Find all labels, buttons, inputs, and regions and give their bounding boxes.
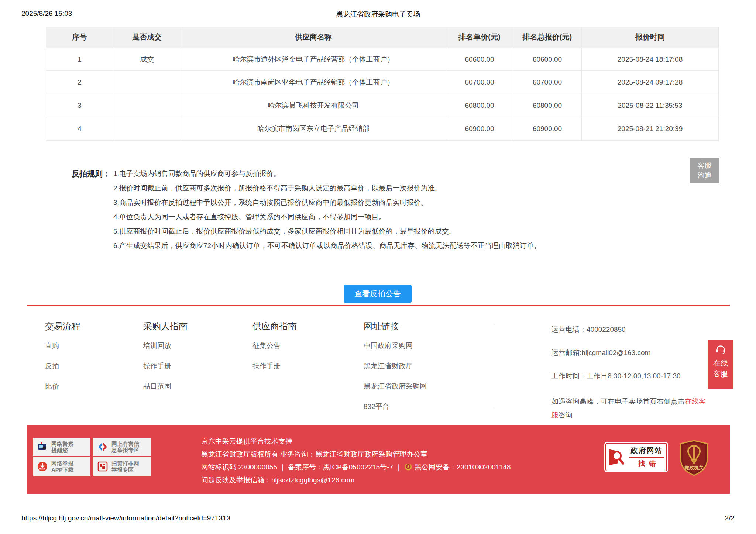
rule-item: 5.供应商报价时间截止后，报价供应商报价最低的成交，多家供应商报价相同且为最低价… bbox=[113, 227, 541, 236]
cell-supplier: 哈尔滨市道外区泽金电子产品经营部（个体工商户） bbox=[181, 48, 446, 71]
red-divider-line bbox=[27, 305, 730, 306]
rule-item: 6.产生成交结果后，供应商应72小时内确认订单，不可不确认订单或以商品价格错误、… bbox=[113, 241, 541, 250]
rule-item: 3.商品实时报价在反拍过程中予以公开，系统自动按照已报价供应商中的最低报价更新商… bbox=[113, 198, 541, 207]
contact-note-suffix: 咨询 bbox=[559, 411, 573, 419]
cell-no: 3 bbox=[46, 94, 113, 117]
find-error-label-line1: 政府网站 bbox=[629, 446, 664, 458]
badge-label-line2: 提醒您 bbox=[51, 447, 68, 453]
gov-site-find-error-badge[interactable]: 政府网站 找错 bbox=[604, 442, 668, 472]
rules-label: 反拍规则： bbox=[72, 169, 110, 178]
customer-service-side-button[interactable]: 客服 沟通 bbox=[690, 158, 719, 183]
badge-harmful-info-report[interactable]: 网上有害信息举报专区 bbox=[93, 438, 151, 456]
footer-text-block: 京东中采云提供平台技术支持 黑龙江省财政厅版权所有 业务咨询：黑龙江省财政厅政府… bbox=[201, 435, 511, 486]
cell-total-price: 60700.00 bbox=[513, 71, 582, 94]
nav-column-supplier-guide: 供应商指南 征集公告 操作手册 bbox=[252, 320, 297, 382]
nav-column-title: 网址链接 bbox=[364, 320, 427, 332]
badge-label-line2: 息举报专区 bbox=[111, 447, 139, 453]
rule-item: 2.报价时间截止前，供应商可多次报价，所报价格不得高于采购人设定的最高单价，以最… bbox=[113, 183, 541, 193]
table-row: 4 哈尔滨市南岗区东立电子产品经销部 60900.00 60900.00 202… bbox=[46, 117, 719, 141]
quote-table-header: 序号 是否成交 供应商名称 排名单价(元) 排名总报价(元) 报价时间 bbox=[46, 27, 719, 48]
badge-cyber-police[interactable]: 网络警察提醒您 bbox=[33, 438, 90, 456]
footer-registration: 网站标识码:2300000055 ｜ 备案序号：黑ICP备05002215号-7… bbox=[201, 461, 511, 473]
contact-phone: 运营电话：4000220850 bbox=[551, 325, 710, 334]
find-error-label-line2: 找错 bbox=[629, 458, 664, 469]
headset-icon bbox=[715, 345, 726, 355]
contact-info: 运营电话：4000220850 运营邮箱:hljcgmall02@163.com… bbox=[551, 325, 710, 422]
cell-total-price: 60600.00 bbox=[513, 48, 582, 71]
rule-item: 4.单位负责人为同一人或者存在直接控股、管理关系的不同供应商，不得参加同一项目。 bbox=[113, 212, 541, 221]
rules-list: 1.电子卖场内销售同款商品的供应商可参与反拍报价。 2.报价时间截止前，供应商可… bbox=[113, 169, 541, 255]
harmful-info-report-icon bbox=[96, 440, 110, 454]
cell-quote-time: 2025-08-21 21:20:39 bbox=[582, 117, 719, 141]
nav-column-url-links: 网址链接 中国政府采购网 黑龙江省财政厅 黑龙江省政府采购网 832平台 bbox=[364, 320, 427, 422]
party-government-emblem[interactable]: 党政机关 bbox=[678, 440, 709, 476]
nav-column-title: 采购人指南 bbox=[143, 320, 188, 332]
online-float-label-line2: 客服 bbox=[713, 369, 728, 379]
badge-report-app-download[interactable]: 网络举报APP下载 bbox=[33, 457, 90, 476]
cell-no: 4 bbox=[46, 117, 113, 141]
public-security-emblem-icon bbox=[404, 463, 412, 471]
cell-deal: 成交 bbox=[113, 48, 181, 71]
badge-label-line1: 网络举报 bbox=[51, 460, 73, 466]
report-badges: 网络警察提醒您 网上有害信息举报专区 bbox=[33, 438, 151, 476]
nav-link-hlj-procurement[interactable]: 黑龙江省政府采购网 bbox=[364, 382, 427, 391]
cs-side-label-line2: 沟通 bbox=[690, 170, 719, 180]
nav-link-category-scope[interactable]: 品目范围 bbox=[143, 382, 188, 391]
nav-link-hlj-finance[interactable]: 黑龙江省财政厅 bbox=[364, 361, 427, 371]
footer-tech-support: 京东中采云提供平台技术支持 bbox=[201, 435, 511, 448]
party-shield-label: 党政机关 bbox=[684, 465, 704, 471]
cell-supplier: 哈尔滨晨飞科技开发有限公司 bbox=[181, 94, 446, 117]
report-app-download-icon bbox=[35, 459, 49, 473]
cell-unit-price: 60800.00 bbox=[446, 94, 513, 117]
badge-label-line2: 举报专区 bbox=[111, 466, 134, 473]
badge-label-line1: 网上有害信 bbox=[111, 441, 139, 447]
quote-table: 序号 是否成交 供应商名称 排名单价(元) 排名总报价(元) 报价时间 1 成交… bbox=[46, 27, 719, 141]
cell-supplier: 哈尔滨市南岗区亚华电子产品经销部（个体工商户） bbox=[181, 71, 446, 94]
table-row: 2 哈尔滨市南岗区亚华电子产品经销部（个体工商户） 60700.00 60700… bbox=[46, 71, 719, 94]
badge-anti-pornography[interactable]: 扫黄打非网举报专区 bbox=[93, 457, 151, 476]
footer-police-record: 黑公网安备：23010302001148 bbox=[415, 463, 511, 471]
badge-label-line1: 网络警察 bbox=[51, 441, 73, 447]
online-float-label-line1: 在线 bbox=[713, 358, 728, 369]
contact-email: 运营邮箱:hljcgmall02@163.com bbox=[551, 348, 710, 358]
nav-column-trade-process: 交易流程 直购 反拍 比价 bbox=[45, 320, 80, 402]
table-header-row: 序号 是否成交 供应商名称 排名单价(元) 排名总报价(元) 报价时间 bbox=[46, 27, 719, 48]
online-service-float-button[interactable]: 在线 客服 bbox=[708, 340, 733, 389]
nav-link-price-compare[interactable]: 比价 bbox=[45, 382, 80, 391]
col-header-supplier: 供应商名称 bbox=[181, 27, 446, 48]
cell-total-price: 60800.00 bbox=[513, 94, 582, 117]
nav-link-training-replay[interactable]: 培训回放 bbox=[143, 341, 188, 351]
cell-deal bbox=[113, 117, 181, 141]
nav-column-title: 供应商指南 bbox=[252, 320, 297, 332]
contact-note-prefix: 如遇咨询高峰，可在电子卖场首页右侧点击 bbox=[551, 397, 685, 405]
cell-quote-time: 2025-08-24 18:17:08 bbox=[582, 48, 719, 71]
nav-column-title: 交易流程 bbox=[45, 320, 80, 332]
nav-link-collection-notice[interactable]: 征集公告 bbox=[252, 341, 297, 351]
nav-link-reverse-auction[interactable]: 反拍 bbox=[45, 361, 80, 371]
nav-link-manual[interactable]: 操作手册 bbox=[252, 361, 297, 371]
footer-report-mailbox: 问题反映及举报信箱：hljscztzfcgglbgs@126.com bbox=[201, 473, 511, 486]
rule-item: 1.电子卖场内销售同款商品的供应商可参与反拍报价。 bbox=[113, 169, 541, 178]
table-row: 1 成交 哈尔滨市道外区泽金电子产品经营部（个体工商户） 60600.00 60… bbox=[46, 48, 719, 71]
anti-pornography-seal-icon bbox=[96, 459, 110, 473]
cyber-police-icon bbox=[35, 440, 49, 454]
col-header-total-price: 排名总报价(元) bbox=[513, 27, 582, 48]
nav-link-direct-purchase[interactable]: 直购 bbox=[45, 341, 80, 351]
find-error-magnifier-icon bbox=[607, 447, 626, 468]
site-footer: 网络警察提醒您 网上有害信息举报专区 bbox=[27, 425, 730, 494]
view-auction-announcement-button[interactable]: 查看反拍公告 bbox=[344, 285, 412, 303]
cell-no: 2 bbox=[46, 71, 113, 94]
cell-supplier: 哈尔滨市南岗区东立电子产品经销部 bbox=[181, 117, 446, 141]
nav-link-manual[interactable]: 操作手册 bbox=[143, 361, 188, 371]
nav-column-purchaser-guide: 采购人指南 培训回放 操作手册 品目范围 bbox=[143, 320, 188, 402]
cell-quote-time: 2025-08-24 09:17:28 bbox=[582, 71, 719, 94]
print-page-number: 2/2 bbox=[725, 514, 735, 522]
contact-note: 如遇咨询高峰，可在电子卖场首页右侧点击在线客服咨询 bbox=[551, 395, 710, 422]
cell-unit-price: 60600.00 bbox=[446, 48, 513, 71]
nav-link-ccgp[interactable]: 中国政府采购网 bbox=[364, 341, 427, 351]
col-header-deal: 是否成交 bbox=[113, 27, 181, 48]
nav-link-832-platform[interactable]: 832平台 bbox=[364, 402, 427, 411]
col-header-unit-price: 排名单价(元) bbox=[446, 27, 513, 48]
cell-total-price: 60900.00 bbox=[513, 117, 582, 141]
col-header-quote-time: 报价时间 bbox=[582, 27, 719, 48]
